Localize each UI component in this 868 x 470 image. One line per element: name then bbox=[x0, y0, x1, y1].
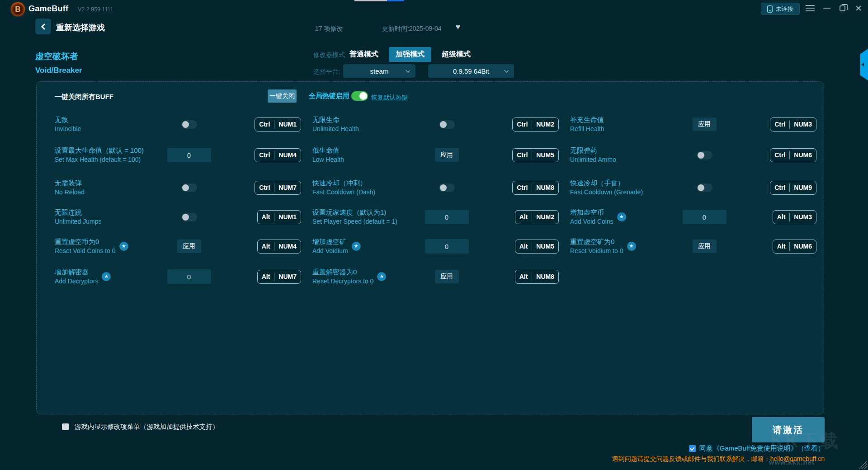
apply-button[interactable]: 应用 bbox=[435, 148, 459, 162]
cheat-label-cn: 增加解密器 bbox=[55, 268, 98, 277]
resize-grip[interactable] bbox=[859, 461, 867, 469]
mods-count: 17 项修改 bbox=[315, 25, 343, 33]
cheat-label-cn: 快速冷却（手雷） bbox=[570, 179, 643, 188]
cheat-no-reload: 无需装弹No Reload CtrlNUM7 bbox=[55, 173, 301, 202]
cheat-label-en: Add Voidium bbox=[312, 247, 348, 255]
cheat-unlimited-health: 无限生命Unlimited Health CtrlNUM2 bbox=[312, 111, 559, 137]
hotkey-badge[interactable]: AltNUM1 bbox=[257, 210, 301, 224]
vip-star-icon: ★ bbox=[617, 212, 626, 221]
ingame-menu-checkbox[interactable] bbox=[62, 423, 69, 430]
cheat-label-cn: 低生命值 bbox=[312, 146, 344, 155]
cheat-toggle[interactable] bbox=[697, 183, 712, 192]
cheat-label-en: Low Health bbox=[312, 155, 344, 164]
global-hotkey-toggle[interactable] bbox=[351, 91, 368, 101]
tab-super-mode[interactable]: 超级模式 bbox=[435, 47, 477, 62]
value-input[interactable] bbox=[425, 239, 469, 254]
cheat-label-cn: 增加虚空矿 bbox=[312, 237, 348, 246]
value-input[interactable] bbox=[683, 210, 726, 224]
hotkey-badge[interactable]: AltNUM4 bbox=[257, 240, 301, 254]
support-contact-text: 遇到问题请提交问题反馈或邮件与我们联系解决，邮箱：hello@gamebuff.… bbox=[612, 455, 825, 463]
empty-cell bbox=[570, 261, 816, 292]
cheat-label-cn: 重置虚空币为0 bbox=[55, 237, 116, 246]
hotkey-badge[interactable]: AltNUM5 bbox=[515, 240, 559, 254]
cheat-label-cn: 无限生命 bbox=[312, 115, 359, 124]
cheat-toggle[interactable] bbox=[181, 213, 197, 221]
cheat-add-voidium: 增加虚空矿Add Voidium★ AltNUM5 bbox=[312, 231, 559, 261]
cheat-toggle[interactable] bbox=[181, 120, 197, 129]
hotkey-badge[interactable]: CtrlNUM5 bbox=[512, 148, 559, 162]
cheat-label-cn: 增加虚空币 bbox=[570, 208, 613, 217]
cheat-low-health: 低生命值Low Health 应用 CtrlNUM5 bbox=[312, 137, 559, 173]
favorite-heart-icon[interactable]: ♥ bbox=[456, 23, 460, 32]
mode-tabs: 普通模式 加强模式 超级模式 bbox=[343, 47, 477, 62]
cheat-label-en: No Reload bbox=[55, 188, 85, 197]
hotkey-badge[interactable]: CtrlNUM4 bbox=[255, 148, 301, 162]
game-name-cn: 虚空破坏者 bbox=[35, 51, 78, 62]
hotkey-badge[interactable]: AltNUM3 bbox=[773, 210, 816, 224]
cheat-label-en: Reset Voidium to 0 bbox=[570, 247, 623, 255]
cheat-label-en: Unlimited Jumps bbox=[55, 217, 101, 226]
tab-normal-mode[interactable]: 普通模式 bbox=[343, 47, 385, 62]
value-input[interactable] bbox=[167, 148, 211, 162]
hotkey-badge[interactable]: CtrlNUM6 bbox=[770, 148, 816, 162]
build-version-select[interactable]: 0.9.59 64Bit bbox=[428, 64, 514, 78]
value-input[interactable] bbox=[425, 210, 469, 224]
hotkey-badge[interactable]: AltNUM6 bbox=[773, 240, 816, 254]
cheat-label-en: Fast Cooldown (Grenade) bbox=[570, 188, 643, 197]
maximize-button[interactable] bbox=[835, 0, 850, 16]
cheat-label-en: Invincible bbox=[55, 125, 81, 133]
cheat-label-en: Set Max Health (default = 100) bbox=[55, 155, 144, 164]
apply-button[interactable]: 应用 bbox=[435, 270, 459, 283]
apply-button[interactable]: 应用 bbox=[693, 240, 717, 253]
hotkey-badge[interactable]: AltNUM2 bbox=[515, 210, 559, 224]
back-button[interactable] bbox=[35, 19, 51, 34]
cheat-label-cn: 重置解密器为0 bbox=[312, 268, 373, 277]
vip-star-icon: ★ bbox=[627, 242, 636, 251]
cheat-toggle[interactable] bbox=[697, 151, 712, 160]
cheat-unlimited-jumps: 无限连跳Unlimited Jumps AltNUM1 bbox=[55, 202, 301, 231]
cheat-toggle[interactable] bbox=[439, 183, 455, 192]
value-input[interactable] bbox=[167, 269, 211, 284]
cheat-grid: 无敌Invincible CtrlNUM1 无限生命Unlimited Heal… bbox=[55, 111, 817, 292]
cheat-fast-cooldown-grenade: 快速冷却（手雷）Fast Cooldown (Grenade) CtrlNUM9 bbox=[570, 173, 816, 202]
side-panel-handle[interactable] bbox=[860, 49, 868, 80]
tab-enhanced-mode[interactable]: 加强模式 bbox=[389, 47, 431, 62]
gamebuff-logo-icon: B bbox=[11, 2, 25, 16]
hotkey-badge[interactable]: CtrlNUM1 bbox=[255, 118, 301, 132]
app-name: GameBuff bbox=[28, 4, 68, 14]
close-all-button[interactable]: 一键关闭 bbox=[268, 89, 297, 103]
close-button[interactable]: ✕ bbox=[851, 0, 866, 16]
hotkey-badge[interactable]: AltNUM8 bbox=[515, 270, 559, 284]
minimize-button[interactable] bbox=[819, 0, 835, 16]
hotkey-badge[interactable]: CtrlNUM9 bbox=[770, 181, 816, 195]
menu-icon[interactable] bbox=[802, 0, 818, 16]
vip-star-icon: ★ bbox=[377, 272, 386, 281]
hotkey-badge[interactable]: CtrlNUM8 bbox=[512, 181, 559, 195]
cheat-label-cn: 无需装弹 bbox=[55, 179, 85, 188]
app-version: V2.2.959.1111 bbox=[78, 6, 113, 13]
agree-terms-link[interactable]: 同意《GameBuff免责使用说明》（查看） bbox=[699, 444, 825, 453]
connect-status-button[interactable]: 未连接 bbox=[761, 3, 800, 15]
chevron-down-icon bbox=[406, 68, 410, 73]
cheat-label-en: Unlimited Ammo bbox=[570, 155, 616, 164]
restore-default-hotkeys-link[interactable]: 恢复默认热键 bbox=[371, 94, 408, 102]
cheat-label-en: Refill Health bbox=[570, 125, 604, 133]
cheat-toggle[interactable] bbox=[181, 183, 197, 192]
hotkey-badge[interactable]: CtrlNUM3 bbox=[770, 118, 816, 132]
hotkey-badge[interactable]: CtrlNUM2 bbox=[512, 118, 559, 132]
cheat-label-cn: 设置玩家速度（默认为1) bbox=[312, 208, 397, 217]
cheat-invincible: 无敌Invincible CtrlNUM1 bbox=[55, 111, 301, 137]
update-time: 更新时间:2025-09-04 bbox=[382, 25, 442, 33]
apply-button[interactable]: 应用 bbox=[693, 118, 717, 131]
hotkey-badge[interactable]: AltNUM7 bbox=[257, 270, 301, 284]
platform-label: 选择平台: bbox=[313, 68, 340, 76]
game-name-en: Void/Breaker bbox=[35, 66, 82, 75]
vip-star-icon: ★ bbox=[102, 272, 111, 281]
apply-button[interactable]: 应用 bbox=[177, 240, 201, 253]
cheat-label-en: Set Player Speed (default = 1) bbox=[312, 217, 397, 226]
cheat-toggle[interactable] bbox=[439, 120, 455, 129]
platform-select[interactable]: steam bbox=[343, 64, 415, 78]
hotkey-badge[interactable]: CtrlNUM7 bbox=[255, 181, 301, 195]
top-strip-blue bbox=[387, 0, 404, 1]
agree-checkbox[interactable] bbox=[689, 445, 696, 452]
